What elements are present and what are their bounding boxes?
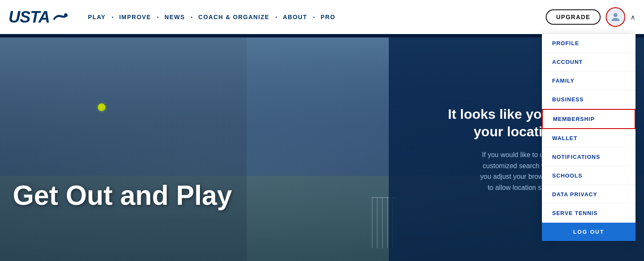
dropdown-schools[interactable]: SCHOOLS <box>542 166 635 185</box>
nav-dot-3: • <box>191 15 193 20</box>
tennis-ball-icon <box>98 103 105 111</box>
svg-point-0 <box>64 13 67 17</box>
dropdown-profile[interactable]: PROFILE <box>542 34 635 53</box>
dropdown-business[interactable]: BUSINESS <box>542 90 635 109</box>
dropdown-family[interactable]: FAMILY <box>542 72 635 90</box>
logo-area[interactable]: USTA <box>9 8 68 26</box>
dropdown-wallet[interactable]: WALLET <box>542 129 635 148</box>
hero-title: Get Out and Play <box>13 181 232 210</box>
user-dropdown: PROFILE ACCOUNT FAMILY BUSINESS MEMBERSH… <box>542 34 635 241</box>
dropdown-membership[interactable]: MEMBERSHIP <box>542 109 635 129</box>
dropdown-chevron[interactable]: ∧ <box>630 13 635 21</box>
nav-dot-2: • <box>157 15 159 20</box>
nav-dot-1: • <box>112 15 114 20</box>
nav-play[interactable]: PLAY <box>85 14 108 20</box>
dropdown-notifications[interactable]: NOTIFICATIONS <box>542 148 635 166</box>
header-right: UPGRADE ∧ <box>546 7 635 27</box>
nav-dot-5: • <box>313 15 315 20</box>
nav-pro[interactable]: PRO <box>318 14 338 20</box>
nav-about[interactable]: ABOUT <box>280 14 310 20</box>
nav-dot-4: • <box>275 15 277 20</box>
nav-news[interactable]: NEWS <box>162 14 188 20</box>
logo-text: USTA <box>9 8 50 26</box>
upgrade-button[interactable]: UPGRADE <box>546 9 601 25</box>
avatar-button[interactable] <box>606 7 625 27</box>
nav-coach-organize[interactable]: COACH & ORGANIZE <box>196 14 272 20</box>
user-icon <box>610 11 621 23</box>
svg-point-1 <box>613 13 617 17</box>
header: USTA PLAY • IMPROVE • NEWS • COACH & ORG… <box>0 0 644 34</box>
dropdown-account[interactable]: ACCOUNT <box>542 53 635 72</box>
main-nav: PLAY • IMPROVE • NEWS • COACH & ORGANIZE… <box>85 14 546 20</box>
nav-improve[interactable]: IMPROVE <box>117 14 154 20</box>
player-area <box>0 37 247 261</box>
usta-logo-icon <box>51 11 68 23</box>
dropdown-serve-tennis[interactable]: SERVE TENNIS <box>542 204 635 223</box>
dropdown-data-privacy[interactable]: DATA PRIVACY <box>542 185 635 204</box>
dropdown-logout[interactable]: LOG OUT <box>542 223 635 241</box>
